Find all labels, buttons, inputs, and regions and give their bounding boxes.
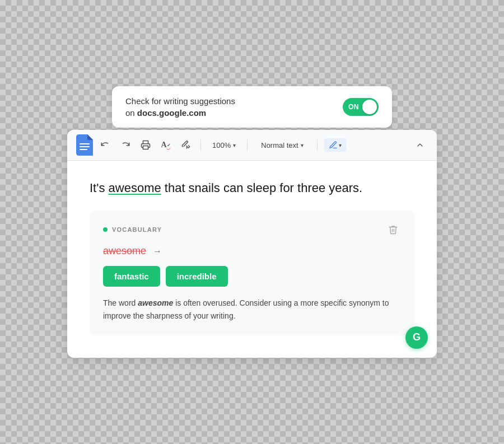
zoom-value: 100% [212, 141, 231, 149]
sentence-suffix: that snails can sleep for three years. [161, 181, 363, 195]
dismiss-button[interactable] [385, 222, 401, 237]
sentence-prefix: It's [90, 181, 109, 195]
chevron-up-icon [416, 141, 424, 149]
document-content: It's awesome that snails can sleep for t… [67, 161, 437, 358]
suggestion-buttons: fantastic incredible [103, 266, 401, 287]
gdocs-icon [76, 134, 93, 156]
notification-domain: docs.google.com [137, 108, 206, 118]
gdocs-logo [76, 134, 93, 156]
highlighted-word: awesome [109, 181, 161, 195]
separator-2 [247, 139, 248, 151]
document-sentence: It's awesome that snails can sleep for t… [90, 179, 414, 197]
suggestion-card: VOCABULARY awesome → fant [90, 211, 414, 335]
description-prefix: The word [103, 298, 138, 307]
paint-format-button[interactable] [178, 137, 194, 153]
grammarly-badge[interactable]: G [405, 326, 428, 349]
arrow-right-icon: → [153, 246, 162, 256]
pen-chevron: ▾ [339, 142, 342, 148]
grammarly-highlight-button[interactable]: ▾ [324, 138, 346, 152]
redo-button[interactable] [118, 137, 133, 153]
toggle-knob [362, 100, 377, 114]
notification-bar: Check for writing suggestions on docs.go… [112, 86, 392, 128]
suggestion-incredible-button[interactable]: incredible [166, 266, 228, 287]
print-button[interactable] [138, 137, 153, 153]
svg-rect-2 [80, 149, 87, 150]
word-replacement-row: awesome → [103, 245, 401, 257]
grammarly-letter: G [413, 331, 421, 343]
style-chevron: ▾ [301, 142, 304, 148]
suggestion-header: VOCABULARY [103, 222, 401, 237]
separator-1 [200, 139, 201, 151]
vocab-dot [103, 227, 108, 232]
description-bold-word: awesome [138, 298, 173, 307]
original-word: awesome [103, 245, 146, 257]
toolbar: A✓ 100% ▾ Normal text ▾ [67, 130, 437, 161]
toggle-container[interactable]: ON [343, 98, 379, 116]
notification-line2: on [125, 108, 137, 118]
toggle-label: ON [348, 103, 359, 111]
text-style-select[interactable]: Normal text ▾ [254, 139, 310, 152]
category-label-text: VOCABULARY [112, 226, 162, 233]
separator-3 [317, 139, 318, 151]
suggestion-description: The word awesome is often overused. Cons… [103, 297, 401, 322]
document-card: A✓ 100% ▾ Normal text ▾ [67, 130, 437, 358]
trash-icon [388, 225, 398, 235]
zoom-select[interactable]: 100% ▾ [208, 139, 240, 152]
svg-rect-3 [143, 146, 148, 149]
svg-rect-1 [80, 146, 90, 147]
collapse-button[interactable] [412, 137, 428, 153]
undo-button[interactable] [97, 137, 113, 153]
vocabulary-label: VOCABULARY [103, 226, 162, 233]
notification-text: Check for writing suggestions on docs.go… [125, 95, 235, 119]
spellcheck-button[interactable]: A✓ [158, 137, 174, 153]
zoom-chevron: ▾ [233, 142, 236, 148]
svg-rect-0 [80, 143, 90, 144]
writing-suggestions-toggle[interactable]: ON [343, 98, 379, 116]
notification-line1: Check for writing suggestions [125, 96, 235, 106]
suggestion-fantastic-button[interactable]: fantastic [103, 266, 160, 287]
text-style-value: Normal text [261, 141, 298, 149]
pen-icon [329, 141, 338, 149]
